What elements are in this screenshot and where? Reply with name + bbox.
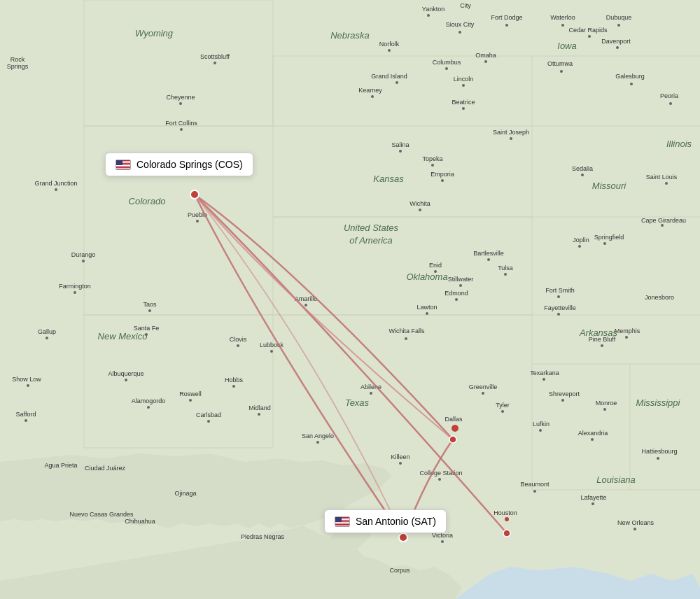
svg-text:Pueblo: Pueblo — [188, 211, 207, 218]
svg-point-58 — [665, 182, 668, 185]
svg-text:Topeka: Topeka — [422, 155, 442, 162]
svg-text:Lawton: Lawton — [416, 304, 437, 311]
svg-point-32 — [214, 62, 216, 64]
svg-text:Columbus: Columbus — [433, 59, 461, 66]
svg-point-44 — [396, 81, 398, 84]
svg-point-81 — [657, 457, 659, 460]
svg-text:Iowa: Iowa — [557, 41, 576, 51]
svg-point-35 — [196, 220, 199, 223]
svg-point-97 — [505, 517, 509, 521]
svg-point-52 — [588, 35, 591, 38]
svg-text:Springs: Springs — [7, 63, 29, 70]
svg-point-45 — [371, 95, 374, 98]
svg-point-72 — [405, 337, 407, 340]
svg-text:Dallas: Dallas — [444, 416, 463, 423]
svg-text:Albuquerque: Albuquerque — [108, 370, 144, 377]
svg-point-83 — [370, 392, 372, 395]
svg-text:Nuevo Casas Grandes: Nuevo Casas Grandes — [69, 511, 134, 518]
destination-flag — [335, 516, 350, 527]
svg-text:Kansas: Kansas — [373, 174, 404, 184]
svg-point-86 — [237, 344, 239, 347]
svg-text:Greenville: Greenville — [469, 383, 498, 390]
origin-label: Colorado Springs (COS) — [136, 159, 243, 170]
svg-point-69 — [557, 313, 560, 316]
svg-text:Memphis: Memphis — [615, 327, 640, 334]
svg-point-39 — [561, 24, 564, 27]
svg-point-84 — [304, 304, 307, 306]
svg-text:Santa Fe: Santa Fe — [134, 325, 160, 332]
svg-point-105 — [55, 188, 57, 191]
svg-text:Springfield: Springfield — [594, 234, 624, 241]
svg-point-49 — [630, 83, 633, 85]
svg-text:Beatrice: Beatrice — [451, 99, 475, 106]
svg-text:Louisiana: Louisiana — [596, 474, 636, 485]
svg-point-96 — [634, 528, 636, 530]
svg-point-38 — [505, 24, 508, 27]
svg-text:Scottsbluff: Scottsbluff — [200, 53, 230, 60]
svg-point-92 — [399, 462, 402, 465]
svg-text:Roswell: Roswell — [179, 390, 202, 397]
svg-point-53 — [431, 164, 434, 167]
svg-text:Lincoln: Lincoln — [454, 76, 474, 83]
svg-point-61 — [603, 242, 606, 245]
svg-point-65 — [459, 284, 462, 287]
svg-text:Alexandria: Alexandria — [578, 430, 608, 437]
svg-point-46 — [462, 84, 465, 87]
svg-text:Killeen: Killeen — [391, 453, 410, 460]
svg-point-80 — [591, 438, 594, 441]
svg-text:Wichita Falls: Wichita Falls — [388, 327, 425, 334]
svg-text:Saint Louis: Saint Louis — [646, 174, 678, 181]
svg-text:City: City — [460, 2, 471, 9]
svg-text:Enid: Enid — [429, 262, 442, 269]
svg-text:Kearney: Kearney — [358, 87, 382, 94]
svg-text:Ojinaga: Ojinaga — [174, 490, 196, 497]
svg-point-62 — [661, 224, 664, 227]
svg-point-63 — [487, 258, 490, 261]
svg-text:Wyoming: Wyoming — [135, 28, 174, 38]
svg-text:Lafayette: Lafayette — [580, 494, 606, 501]
svg-text:Emporia: Emporia — [430, 171, 454, 178]
svg-text:Saint Joseph: Saint Joseph — [493, 129, 529, 136]
svg-point-48 — [560, 70, 563, 73]
svg-point-74 — [542, 378, 545, 381]
svg-text:Galesburg: Galesburg — [615, 73, 645, 80]
svg-text:Texas: Texas — [345, 397, 370, 408]
svg-text:Bartlesville: Bartlesville — [473, 250, 504, 257]
svg-text:Jonesboro: Jonesboro — [645, 294, 674, 301]
svg-text:Amarillo: Amarillo — [295, 295, 318, 302]
svg-text:San Angelo: San Angelo — [302, 432, 334, 439]
svg-point-54 — [399, 150, 402, 153]
svg-point-57 — [510, 137, 512, 140]
svg-text:Grand Junction: Grand Junction — [34, 180, 77, 187]
svg-point-37 — [458, 31, 461, 34]
svg-text:Safford: Safford — [16, 411, 36, 418]
svg-point-104 — [82, 260, 85, 262]
svg-point-107 — [24, 419, 27, 422]
svg-text:of America: of America — [349, 235, 393, 246]
svg-point-68 — [557, 295, 560, 298]
svg-point-59 — [581, 174, 584, 176]
svg-text:Carlsbad: Carlsbad — [196, 411, 221, 418]
svg-point-41 — [388, 49, 391, 52]
svg-point-103 — [74, 291, 76, 294]
origin-flag — [115, 160, 131, 170]
svg-text:New Mexico: New Mexico — [98, 331, 148, 341]
svg-point-47 — [462, 107, 465, 110]
svg-text:Davenport: Davenport — [601, 38, 631, 45]
svg-text:Midland: Midland — [248, 404, 271, 411]
svg-text:Cape Girardeau: Cape Girardeau — [641, 217, 686, 224]
svg-text:Fort Smith: Fort Smith — [545, 287, 575, 294]
svg-point-94 — [533, 490, 536, 493]
svg-point-95 — [592, 502, 594, 505]
svg-text:Stillwater: Stillwater — [448, 276, 474, 283]
svg-text:Lufkin: Lufkin — [533, 421, 550, 428]
svg-point-40 — [617, 24, 620, 27]
svg-text:Grand Island: Grand Island — [371, 73, 407, 80]
svg-point-60 — [578, 245, 581, 248]
svg-point-78 — [501, 410, 504, 413]
svg-text:Monroe: Monroe — [596, 400, 617, 407]
svg-text:Nebraska: Nebraska — [330, 30, 370, 41]
svg-text:Shreveport: Shreveport — [549, 390, 580, 397]
svg-text:Oklahoma: Oklahoma — [406, 272, 447, 282]
svg-point-33 — [179, 102, 182, 105]
